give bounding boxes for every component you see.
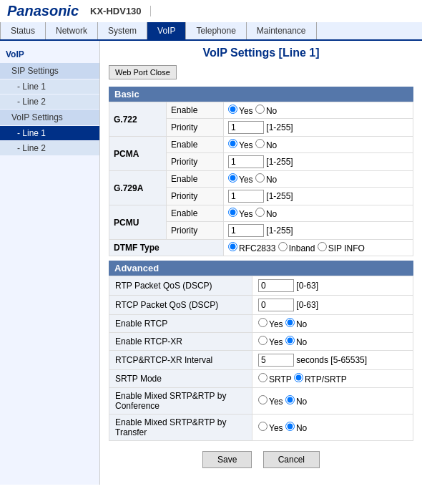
g729a-enable-row: G.729A Enable Yes No bbox=[109, 171, 413, 188]
dtmf-label: DTMF Type bbox=[109, 240, 224, 256]
g729a-enable-no-radio[interactable] bbox=[255, 173, 265, 183]
rtcp-qos-row: RTCP Packet QoS (DSCP) [0-63] bbox=[109, 296, 413, 315]
enable-rtcp-row: Enable RTCP Yes No bbox=[109, 315, 413, 333]
enable-rtcp-xr-no-radio[interactable] bbox=[285, 336, 295, 345]
cancel-button[interactable]: Cancel bbox=[263, 451, 320, 468]
g729a-enable-yes-radio[interactable] bbox=[228, 173, 237, 183]
nav-telephone[interactable]: Telephone bbox=[186, 22, 246, 39]
rtp-qos-input[interactable] bbox=[258, 279, 294, 292]
enable-rtcp-xr-yes-radio[interactable] bbox=[258, 336, 268, 345]
g722-priority-input[interactable] bbox=[228, 121, 264, 134]
rtcp-interval-row: RTCP&RTCP-XR Interval seconds [5-65535] bbox=[109, 351, 413, 370]
pcma-enable-row: PCMA Enable Yes No bbox=[109, 137, 413, 153]
rtcp-interval-input[interactable] bbox=[258, 354, 294, 367]
pcmu-label: PCMU bbox=[109, 205, 167, 240]
sidebar-voip-line1[interactable]: - Line 1 bbox=[0, 126, 99, 140]
sidebar-sip-settings[interactable]: SIP Settings bbox=[0, 63, 99, 79]
mixed-conf-yes-radio[interactable] bbox=[258, 395, 268, 404]
nav-network[interactable]: Network bbox=[46, 22, 98, 39]
advanced-table: RTP Packet QoS (DSCP) [0-63] RTCP Packet… bbox=[109, 276, 413, 441]
pcmu-enable-label: Enable bbox=[167, 205, 224, 222]
g729a-priority-label: Priority bbox=[167, 188, 224, 205]
pcma-enable-label: Enable bbox=[167, 137, 224, 153]
g722-enable-label: Enable bbox=[167, 102, 224, 119]
web-port-close-button[interactable]: Web Port Close bbox=[109, 65, 177, 79]
nav-bar: Status Network System VoIP Telephone Mai… bbox=[0, 22, 422, 41]
nav-voip[interactable]: VoIP bbox=[147, 22, 186, 39]
basic-table: G.722 Enable Yes No Priority [1-255] PCM… bbox=[109, 102, 413, 256]
g729a-enable-label: Enable bbox=[167, 171, 224, 188]
sidebar-voip-settings[interactable]: VoIP Settings bbox=[0, 110, 99, 125]
nav-status[interactable]: Status bbox=[0, 22, 46, 39]
g722-enable-value: Yes No bbox=[224, 102, 413, 119]
rtp-qos-label: RTP Packet QoS (DSCP) bbox=[109, 276, 252, 296]
mixed-transfer-label: Enable Mixed SRTP&RTP by Transfer bbox=[109, 415, 252, 441]
page-title: VoIP Settings [Line 1] bbox=[109, 47, 413, 59]
mixed-transfer-no-radio[interactable] bbox=[285, 422, 295, 431]
pcma-priority-input[interactable] bbox=[228, 155, 264, 168]
main-content: VoIP Settings [Line 1] Web Port Close Ba… bbox=[100, 41, 422, 485]
srtp-radio[interactable] bbox=[258, 373, 268, 382]
rtcp-qos-input[interactable] bbox=[258, 299, 294, 311]
mixed-transfer-row: Enable Mixed SRTP&RTP by Transfer Yes No bbox=[109, 415, 413, 441]
pcma-enable-yes-radio[interactable] bbox=[228, 139, 237, 148]
mixed-transfer-yes-radio[interactable] bbox=[258, 422, 268, 431]
nav-maintenance[interactable]: Maintenance bbox=[247, 22, 317, 39]
g722-priority-value: [1-255] bbox=[224, 119, 413, 137]
dtmf-sipinfo-radio[interactable] bbox=[318, 242, 327, 251]
pcmu-enable-no-radio[interactable] bbox=[255, 208, 265, 217]
sidebar-sip-line2[interactable]: - Line 2 bbox=[0, 94, 99, 109]
pcma-priority-label: Priority bbox=[167, 153, 224, 171]
sidebar-section-voip: VoIP bbox=[0, 47, 99, 62]
g722-priority-label: Priority bbox=[167, 119, 224, 137]
g722-enable-row: G.722 Enable Yes No bbox=[109, 102, 413, 119]
g722-enable-no-radio[interactable] bbox=[255, 105, 265, 114]
g729a-label: G.729A bbox=[109, 171, 167, 205]
basic-section-header: Basic bbox=[109, 87, 413, 102]
enable-rtcp-label: Enable RTCP bbox=[109, 315, 252, 333]
brand-logo: Panasonic bbox=[7, 3, 79, 19]
mixed-conference-row: Enable Mixed SRTP&RTP by Conference Yes … bbox=[109, 388, 413, 415]
pcmu-enable-yes-radio[interactable] bbox=[228, 208, 237, 217]
model-name: KX-HDV130 bbox=[90, 6, 151, 16]
enable-rtcp-xr-label: Enable RTCP-XR bbox=[109, 333, 252, 351]
sidebar: VoIP SIP Settings - Line 1 - Line 2 VoIP… bbox=[0, 41, 100, 485]
rtcp-interval-label: RTCP&RTCP-XR Interval bbox=[109, 351, 252, 370]
srtp-mode-label: SRTP Mode bbox=[109, 370, 252, 388]
mixed-conference-label: Enable Mixed SRTP&RTP by Conference bbox=[109, 388, 252, 415]
dtmf-rfc-radio[interactable] bbox=[228, 242, 237, 251]
form-buttons: Save Cancel bbox=[109, 451, 413, 475]
enable-rtcp-yes-radio[interactable] bbox=[258, 318, 268, 327]
srtp-mode-row: SRTP Mode SRTP RTP/SRTP bbox=[109, 370, 413, 388]
enable-rtcp-xr-row: Enable RTCP-XR Yes No bbox=[109, 333, 413, 351]
g729a-priority-input[interactable] bbox=[228, 190, 264, 203]
save-button[interactable]: Save bbox=[202, 451, 252, 468]
sidebar-voip-line2[interactable]: - Line 2 bbox=[0, 141, 99, 155]
g722-label: G.722 bbox=[109, 102, 167, 137]
pcma-enable-no-radio[interactable] bbox=[255, 139, 265, 148]
dtmf-row: DTMF Type RFC2833 Inband SIP INFO bbox=[109, 240, 413, 256]
sidebar-sip-line1[interactable]: - Line 1 bbox=[0, 79, 99, 94]
nav-system[interactable]: System bbox=[98, 22, 147, 39]
pcmu-enable-row: PCMU Enable Yes No bbox=[109, 205, 413, 222]
rtcp-qos-label: RTCP Packet QoS (DSCP) bbox=[109, 296, 252, 315]
pcmu-priority-label: Priority bbox=[167, 222, 224, 240]
pcma-label: PCMA bbox=[109, 137, 167, 171]
rtp-srtp-radio[interactable] bbox=[294, 373, 303, 382]
mixed-conf-no-radio[interactable] bbox=[285, 395, 295, 404]
rtp-qos-row: RTP Packet QoS (DSCP) [0-63] bbox=[109, 276, 413, 296]
g722-enable-yes-radio[interactable] bbox=[228, 105, 237, 114]
dtmf-inband-radio[interactable] bbox=[278, 242, 288, 251]
advanced-section-header: Advanced bbox=[109, 261, 413, 276]
pcmu-priority-input[interactable] bbox=[228, 224, 264, 237]
enable-rtcp-no-radio[interactable] bbox=[285, 318, 295, 327]
